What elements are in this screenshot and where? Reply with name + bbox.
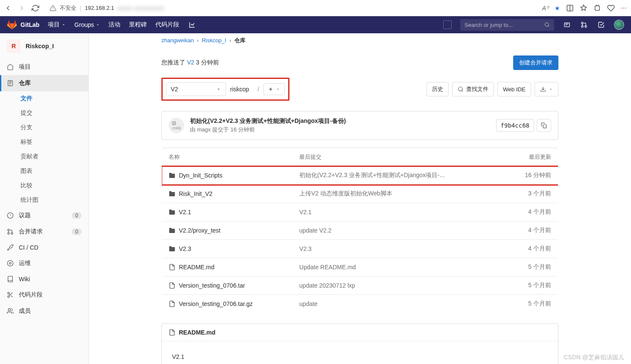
download-button[interactable] bbox=[535, 82, 558, 96]
nav-activity[interactable]: 活动 bbox=[108, 21, 120, 29]
table-row[interactable]: V2.3V2.34 个月前 bbox=[162, 240, 558, 258]
project-header[interactable]: R Riskcop_I bbox=[0, 33, 88, 59]
bc-current: 仓库 bbox=[234, 37, 245, 44]
file-name[interactable]: V2.1 bbox=[179, 209, 191, 215]
file-name[interactable]: Dyn_Init_Scripts bbox=[179, 172, 222, 179]
project-avatar: R bbox=[7, 39, 20, 53]
file-name[interactable]: Version_testing_0706.tar.gz bbox=[179, 300, 253, 307]
commit-title[interactable]: 初始化(V2.2+V2.3 业务测试+性能测试+Djangox项目-备份) bbox=[190, 117, 346, 125]
file-name[interactable]: V2.2/proxy_test bbox=[179, 227, 220, 234]
table-row[interactable]: Dyn_Init_Scripts初始化(V2.2+V2.3 业务测试+性能测试+… bbox=[162, 166, 558, 185]
file-name[interactable]: Risk_Init_V2 bbox=[179, 190, 213, 197]
commit-sha[interactable]: f9b4cc68 bbox=[496, 119, 534, 132]
search-input[interactable] bbox=[464, 22, 541, 28]
ai-badge[interactable]: A⁾⁾ bbox=[542, 5, 549, 12]
readme-filename[interactable]: README.md bbox=[179, 329, 216, 336]
sidebar-item-ops[interactable]: 运维 bbox=[0, 255, 88, 271]
plus-icon[interactable] bbox=[443, 20, 452, 29]
table-row[interactable]: Risk_Init_V2上传V2 动态维度版初始化Web脚本3 个月前 bbox=[162, 185, 558, 203]
commit-message[interactable]: update V2.2 bbox=[292, 221, 495, 240]
reload-button[interactable] bbox=[32, 4, 39, 12]
collections-icon[interactable] bbox=[593, 4, 601, 12]
bc-user[interactable]: zhangweikan bbox=[161, 37, 194, 44]
merge-requests-icon[interactable] bbox=[580, 20, 588, 29]
commit-message[interactable]: V2.3 bbox=[292, 240, 495, 258]
svg-point-12 bbox=[11, 233, 13, 234]
chevron-down-icon bbox=[276, 87, 280, 91]
commit-message[interactable]: update bbox=[292, 295, 495, 313]
file-name[interactable]: Version_testing_0706.tar bbox=[179, 282, 245, 289]
sidebar-sub-2[interactable]: 分支 bbox=[0, 120, 88, 135]
address-bar[interactable]: 不安全 | 192.168.2.1 xxxxx xxxxxxxxxx bbox=[45, 4, 536, 12]
forward-button[interactable] bbox=[18, 4, 26, 12]
find-file-button[interactable]: 查找文件 bbox=[452, 82, 494, 96]
sidebar-icon[interactable] bbox=[566, 4, 574, 12]
add-file-button[interactable] bbox=[263, 83, 285, 95]
members-icon bbox=[7, 308, 14, 314]
search-box[interactable] bbox=[460, 19, 554, 31]
user-avatar[interactable] bbox=[614, 20, 624, 30]
todos-icon[interactable] bbox=[597, 20, 605, 29]
sidebar-sub-7[interactable]: 统计图 bbox=[0, 193, 88, 207]
sidebar-item-repo[interactable]: 仓库 bbox=[0, 75, 88, 91]
sidebar-item-rocket[interactable]: CI / CD bbox=[0, 240, 88, 255]
update-time: 3 个月前 bbox=[495, 185, 558, 203]
path-segment[interactable]: riskcop bbox=[226, 86, 253, 93]
rocket-icon bbox=[7, 244, 14, 251]
commit-message[interactable]: update 20230712 lxp bbox=[292, 277, 495, 295]
copy-sha-button[interactable] bbox=[537, 119, 551, 132]
sidebar-sub-3[interactable]: 标签 bbox=[0, 135, 88, 149]
folder-icon bbox=[169, 227, 175, 234]
nav-projects[interactable]: 项目 bbox=[48, 21, 66, 29]
svg-point-3 bbox=[545, 23, 549, 26]
readme-line: V2.1 bbox=[172, 351, 548, 363]
nav-groups[interactable]: Groups bbox=[74, 21, 100, 28]
heart-icon[interactable] bbox=[607, 4, 615, 12]
sidebar-item-merge[interactable]: 合并请求0 bbox=[0, 224, 88, 240]
commit-message[interactable]: V2.1 bbox=[292, 203, 495, 221]
file-name[interactable]: README.md bbox=[179, 264, 214, 271]
svg-point-14 bbox=[7, 260, 13, 266]
svg-point-10 bbox=[8, 229, 9, 231]
favorites-list-icon[interactable] bbox=[580, 4, 587, 12]
nav-milestones[interactable]: 里程碑 bbox=[129, 21, 147, 29]
commit-message[interactable]: 上传V2 动态维度版初始化Web脚本 bbox=[292, 185, 495, 203]
more-icon[interactable]: ⋯ bbox=[621, 5, 627, 12]
table-row[interactable]: README.mdUpdate README.md5 个月前 bbox=[162, 258, 558, 277]
back-button[interactable] bbox=[4, 4, 12, 12]
sidebar-sub-4[interactable]: 贡献者 bbox=[0, 149, 88, 164]
sidebar-item-issues[interactable]: 议题0 bbox=[0, 207, 88, 224]
svg-line-18 bbox=[11, 296, 13, 297]
pushed-branch-link[interactable]: V2 bbox=[187, 59, 194, 66]
commit-message[interactable]: 初始化(V2.2+V2.3 业务测试+性能测试+Djangox项目-... bbox=[292, 166, 495, 185]
create-merge-request-button[interactable]: 创建合并请求 bbox=[513, 55, 558, 70]
history-button[interactable]: 历史 bbox=[427, 82, 449, 96]
favorite-icon[interactable]: ★ bbox=[555, 5, 560, 12]
table-row[interactable]: Version_testing_0706.tar.gzupdate5 个月前 bbox=[162, 295, 558, 313]
update-time: 5 个月前 bbox=[495, 258, 558, 277]
bc-project[interactable]: Riskcop_I bbox=[202, 37, 226, 44]
issues-icon[interactable] bbox=[563, 20, 571, 29]
chevron-down-icon bbox=[549, 87, 553, 91]
sidebar-sub-1[interactable]: 提交 bbox=[0, 106, 88, 120]
breadcrumb: zhangweikan › Riskcop_I › 仓库 bbox=[161, 33, 558, 48]
sidebar-sub-5[interactable]: 图表 bbox=[0, 164, 88, 178]
nav-chart-icon[interactable] bbox=[188, 20, 196, 29]
gitlab-logo[interactable]: GitLab bbox=[7, 20, 39, 30]
sidebar-item-wiki[interactable]: Wiki bbox=[0, 271, 88, 287]
web-ide-button[interactable]: Web IDE bbox=[497, 82, 531, 96]
sidebar-item-home[interactable]: 项目 bbox=[0, 59, 88, 75]
table-row[interactable]: Version_testing_0706.tarupdate 20230712 … bbox=[162, 277, 558, 295]
svg-point-16 bbox=[8, 296, 9, 297]
commit-message[interactable]: Update README.md bbox=[292, 258, 495, 277]
sidebar-item-members[interactable]: 成员 bbox=[0, 303, 88, 319]
sidebar-sub-6[interactable]: 比较 bbox=[0, 178, 88, 193]
nav-snippets[interactable]: 代码片段 bbox=[155, 21, 179, 29]
sidebar-sub-0[interactable]: 文件 bbox=[0, 91, 88, 106]
branch-select[interactable]: V2 bbox=[166, 82, 226, 96]
file-name[interactable]: V2.3 bbox=[179, 245, 191, 252]
table-row[interactable]: V2.2/proxy_testupdate V2.24 个月前 bbox=[162, 221, 558, 240]
sidebar-item-snip[interactable]: 代码片段 bbox=[0, 287, 88, 303]
table-row[interactable]: V2.1V2.14 个月前 bbox=[162, 203, 558, 221]
commit-avatar: 🖼mag bbox=[169, 118, 184, 133]
